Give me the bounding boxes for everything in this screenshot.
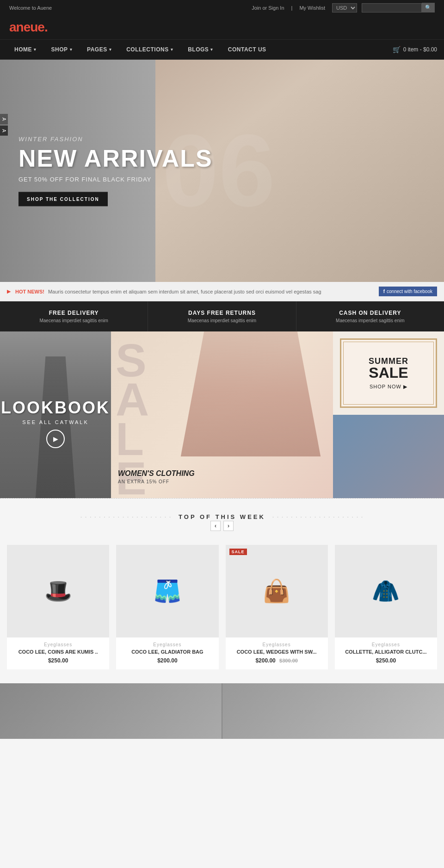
product-price-0: $250.00 — [7, 657, 109, 664]
product-image-icon-1: 🩳 — [116, 545, 218, 637]
summer-sale-box: SUMMER SALE SHOP NOW ▶ — [340, 338, 437, 408]
facebook-connect-button[interactable]: f connect with facebook — [379, 287, 437, 296]
womens-clothing-label: WOMEN'S CLOTHING — [118, 469, 326, 478]
promo-sale-right[interactable]: SALE WOMEN'S CLOTHING AN EXTRA 15% OFF — [111, 331, 333, 498]
product-card-3[interactable]: 🧥 Eyeglasses COLLETTE, ALLIGATOR CLUTC..… — [335, 545, 437, 669]
nav-blogs-arrow: ▾ — [210, 47, 213, 52]
product-name-1: COCO LEE, GLADIATOR BAG — [116, 649, 218, 655]
nav-pages-arrow: ▾ — [109, 47, 112, 52]
promo-grid: SUMMER SALE SHOP NOW ▶ LOOKBOOK SEE ALL … — [0, 331, 444, 498]
hot-news-text: Mauris consectetur tempus enim et aliqua… — [48, 289, 375, 294]
lookbook-play-button[interactable]: ▶ — [46, 430, 65, 448]
bottom-banner-item-1 — [0, 683, 222, 739]
product-price-1: $200.00 — [116, 657, 218, 664]
hot-news-bar: ▶ HOT NEWS! Mauris consectetur tempus en… — [0, 282, 444, 301]
join-signin-link[interactable]: Join or Sign In — [252, 5, 284, 11]
product-image-1: 🩳 — [116, 545, 218, 637]
bottom-banner-item-2 — [222, 683, 444, 739]
hot-news-triangle-icon: ▶ — [7, 288, 11, 294]
currency-select[interactable]: USD EUR GBP — [332, 3, 357, 12]
product-price-2: $200.00 $300.00 — [226, 657, 328, 664]
nav-home-label: HOME — [14, 46, 32, 53]
sale-badge-2: SALE — [229, 549, 247, 555]
delivery-title: FREE DELIVERY — [5, 310, 143, 316]
nav-contact-label: CONTACT US — [228, 46, 266, 53]
hero-title: NEW ARRIVALS — [18, 146, 213, 170]
info-block-cod: CASH ON DELIVERY Maecenas imperdiet sagi… — [296, 301, 444, 331]
product-name-3: COLLETTE, ALLIGATOR CLUTC... — [335, 649, 437, 655]
nav-shop-arrow: ▾ — [70, 47, 73, 52]
lookbook-title: LOOKBOOK — [1, 398, 110, 418]
search-bar: 🔍 — [362, 3, 435, 12]
hero-cta-button[interactable]: SHOP THE COLLECTION — [18, 192, 108, 206]
promo-men[interactable] — [333, 415, 444, 498]
hot-news-label: HOT NEWS! — [15, 289, 44, 294]
logo[interactable]: aneue. — [9, 20, 48, 35]
promo-summer-sale[interactable]: SUMMER SALE SHOP NOW ▶ — [333, 331, 444, 415]
lookbook-overlay: LOOKBOOK SEE ALL CATWALK ▶ — [1, 398, 110, 448]
carousel-prev-button[interactable]: ‹ — [210, 521, 221, 531]
bottom-banner — [0, 683, 444, 739]
info-block-delivery: FREE DELIVERY Maecenas imperdiet sagitti… — [0, 301, 148, 331]
sale-right-bottom: WOMEN'S CLOTHING AN EXTRA 15% OFF — [118, 469, 326, 484]
hero-discount-text: GET 50% OFF FOR FINAL BLACK FRIDAY — [18, 176, 213, 183]
nav-shop[interactable]: SHOP ▾ — [44, 40, 80, 59]
header: aneue. — [0, 15, 444, 40]
search-input[interactable] — [362, 3, 422, 12]
product-card-1[interactable]: 🩳 Eyeglasses COCO LEE, GLADIATOR BAG $20… — [116, 545, 218, 669]
info-block-returns: DAYS FREE RETURNS Maecenas imperdiet sag… — [148, 301, 296, 331]
product-category-2: Eyeglasses — [226, 642, 328, 647]
product-category-0: Eyeglasses — [7, 642, 109, 647]
main-nav: A A HOME ▾ SHOP ▾ PAGES ▾ COLLECTIONS ▾ … — [0, 40, 444, 60]
wishlist-link[interactable]: My Wishlist — [299, 5, 325, 11]
welcome-text: Welcome to Auene — [9, 5, 52, 11]
cod-title: CASH ON DELIVERY — [301, 310, 439, 316]
facebook-icon: f — [383, 289, 385, 294]
carousel-next-button[interactable]: › — [223, 521, 234, 531]
promo-lookbook[interactable]: LOOKBOOK SEE ALL CATWALK ▶ — [0, 331, 111, 498]
hero-subtitle: WINTER FASHION — [18, 136, 213, 143]
logo-dot: . — [44, 20, 48, 34]
sale-text: SALE — [369, 365, 408, 380]
product-original-price-2: $300.00 — [279, 658, 298, 663]
nav-home-arrow: ▾ — [34, 47, 37, 52]
side-tabs: A A — [0, 114, 8, 137]
nav-contact[interactable]: CONTACT US — [221, 40, 274, 59]
product-image-0: 🎩 — [7, 545, 109, 637]
nav-home[interactable]: HOME ▾ — [7, 40, 44, 59]
nav-pages-label: PAGES — [87, 46, 107, 53]
summer-text: SUMMER — [369, 357, 408, 365]
returns-title: DAYS FREE RETURNS — [153, 310, 291, 316]
hero-content: WINTER FASHION NEW ARRIVALS GET 50% OFF … — [18, 136, 213, 206]
product-image-2: SALE 👜 — [226, 545, 328, 637]
product-image-icon-3: 🧥 — [335, 545, 437, 637]
nav-blogs[interactable]: BLOGS ▾ — [180, 40, 221, 59]
nav-collections-arrow: ▾ — [171, 47, 173, 52]
nav-blogs-label: BLOGS — [188, 46, 209, 53]
side-tab-2[interactable]: A — [0, 125, 8, 136]
product-category-1: Eyeglasses — [116, 642, 218, 647]
product-card-2[interactable]: SALE 👜 Eyeglasses COCO LEE, WEDGES WITH … — [226, 545, 328, 669]
search-button[interactable]: 🔍 — [422, 3, 435, 12]
shop-now-link[interactable]: SHOP NOW ▶ — [370, 384, 407, 390]
product-card-0[interactable]: 🎩 Eyeglasses COCO LEE, COINS ARE KUMIS .… — [7, 545, 109, 669]
product-grid: 🎩 Eyeglasses COCO LEE, COINS ARE KUMIS .… — [0, 545, 444, 683]
product-price-3: $250.00 — [335, 657, 437, 664]
carousel-nav: ‹ › — [0, 521, 444, 531]
cart-summary[interactable]: 🛒 0 item - $0.00 — [393, 46, 437, 53]
lookbook-subtitle: SEE ALL CATWALK — [1, 419, 110, 425]
nav-pages[interactable]: PAGES ▾ — [80, 40, 119, 59]
product-image-icon-2: 👜 — [226, 545, 328, 637]
hero-banner: 06 WINTER FASHION NEW ARRIVALS GET 50% O… — [0, 60, 444, 282]
logo-text: aneue — [9, 20, 44, 34]
cod-sub: Maecenas imperdiet sagittis enim — [301, 318, 439, 323]
nav-shop-label: SHOP — [51, 46, 68, 53]
info-blocks: FREE DELIVERY Maecenas imperdiet sagitti… — [0, 301, 444, 331]
product-image-icon-0: 🎩 — [7, 545, 109, 637]
facebook-connect-label: connect with facebook — [387, 289, 432, 294]
product-name-0: COCO LEE, COINS ARE KUMIS .. — [7, 649, 109, 655]
section-title: TOP OF THIS WEEK — [74, 513, 370, 520]
side-tab-1[interactable]: A — [0, 114, 8, 125]
nav-collections[interactable]: COLLECTIONS ▾ — [119, 40, 180, 59]
top-bar: Welcome to Auene Join or Sign In | My Wi… — [0, 0, 444, 15]
